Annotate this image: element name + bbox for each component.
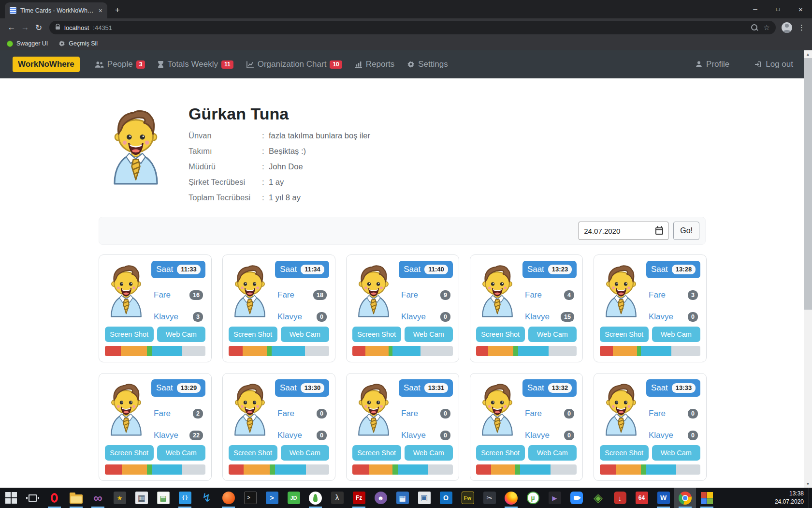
- browser-menu-icon[interactable]: ⋮: [798, 23, 805, 32]
- browser-tab[interactable]: Time Cards - WorkNoWhere ×: [5, 2, 107, 18]
- klavye-row[interactable]: Klavye0: [275, 312, 329, 322]
- window-maximize-button[interactable]: □: [767, 0, 789, 18]
- webcam-button[interactable]: Web Cam: [157, 445, 206, 461]
- saat-button[interactable]: Saat13:29: [151, 379, 205, 397]
- taskbar-outlook-icon[interactable]: O: [435, 488, 457, 508]
- fare-row[interactable]: Fare3: [646, 290, 700, 300]
- screenshot-button[interactable]: Screen Shot: [476, 445, 525, 461]
- fare-link[interactable]: Fare: [154, 409, 171, 418]
- taskbar-file-explorer-icon[interactable]: [65, 488, 87, 508]
- saat-button[interactable]: Saat13:31: [399, 379, 453, 397]
- fare-row[interactable]: Fare4: [522, 290, 577, 300]
- taskbar-performance-monitor-icon[interactable]: ▦: [130, 488, 152, 508]
- klavye-link[interactable]: Klavye: [154, 312, 178, 322]
- navbar-item-people[interactable]: People3: [88, 60, 152, 69]
- taskbar-visual-studio-icon[interactable]: ∞: [87, 488, 109, 508]
- fare-link[interactable]: Fare: [401, 290, 418, 300]
- go-button[interactable]: Go!: [673, 222, 699, 240]
- taskbar-fireworks-icon[interactable]: Fw: [457, 488, 478, 508]
- tab-close-icon[interactable]: ×: [99, 7, 102, 15]
- taskbar-media-player-icon[interactable]: ▶: [544, 488, 566, 508]
- taskbar-lambda-app-icon[interactable]: λ: [326, 488, 348, 508]
- webcam-button[interactable]: Web Cam: [157, 327, 206, 342]
- saat-button[interactable]: Saat13:33: [646, 379, 700, 397]
- back-button[interactable]: ←: [5, 21, 18, 34]
- brand-worknowhere[interactable]: WorkNoWhere: [13, 57, 80, 72]
- klavye-link[interactable]: Klavye: [649, 431, 673, 440]
- fare-link[interactable]: Fare: [525, 409, 542, 418]
- screenshot-button[interactable]: Screen Shot: [600, 327, 649, 342]
- taskbar-filezilla-icon[interactable]: Fz: [348, 488, 370, 508]
- fare-link[interactable]: Fare: [401, 409, 418, 418]
- taskbar-zoom-app-icon[interactable]: [566, 488, 587, 508]
- screenshot-button[interactable]: Screen Shot: [352, 445, 401, 461]
- fare-row[interactable]: Fare16: [151, 290, 205, 300]
- taskbar-system-monitor-icon[interactable]: ▣: [413, 488, 435, 508]
- reload-button[interactable]: ↻: [32, 21, 45, 34]
- window-close-button[interactable]: ×: [789, 0, 812, 18]
- taskbar-powershell-icon[interactable]: >: [261, 488, 283, 508]
- saat-button[interactable]: Saat11:40: [399, 261, 453, 278]
- date-input[interactable]: 24.07.2020: [579, 222, 668, 240]
- taskbar-utorrent-icon[interactable]: µ: [522, 488, 544, 508]
- klavye-link[interactable]: Klavye: [525, 312, 550, 322]
- taskbar-cmd-icon[interactable]: >_: [239, 488, 261, 508]
- taskbar-calculator-icon[interactable]: ▦: [392, 488, 413, 508]
- navbar-item-reports[interactable]: Reports: [348, 60, 401, 69]
- klavye-row[interactable]: Klavye0: [646, 312, 700, 322]
- zoom-indicator-icon[interactable]: [751, 24, 758, 31]
- klavye-row[interactable]: Klavye3: [151, 312, 205, 322]
- taskbar-task-view-icon[interactable]: [22, 488, 44, 508]
- saat-button[interactable]: Saat13:30: [275, 379, 329, 397]
- show-desktop-button[interactable]: [809, 488, 812, 508]
- saat-button[interactable]: Saat13:23: [522, 261, 577, 278]
- navbar-item-organization-chart[interactable]: Organization Chart10: [240, 60, 348, 69]
- navbar-item-profile[interactable]: Profile: [689, 60, 736, 69]
- taskbar-mongodb-icon[interactable]: [304, 488, 326, 508]
- fare-link[interactable]: Fare: [525, 290, 542, 300]
- klavye-row[interactable]: Klavye0: [399, 431, 453, 440]
- klavye-link[interactable]: Klavye: [525, 431, 550, 440]
- forward-button[interactable]: →: [18, 21, 32, 34]
- screenshot-button[interactable]: Screen Shot: [229, 327, 277, 342]
- window-minimize-button[interactable]: ─: [744, 0, 767, 18]
- browser-profile-avatar[interactable]: [782, 22, 792, 33]
- screenshot-button[interactable]: Screen Shot: [229, 445, 277, 461]
- fare-row[interactable]: Fare0: [399, 409, 453, 418]
- fare-row[interactable]: Fare0: [646, 409, 700, 418]
- klavye-link[interactable]: Klavye: [154, 431, 178, 440]
- taskbar-clock[interactable]: 13:38 24.07.2020: [775, 490, 809, 506]
- klavye-link[interactable]: Klavye: [277, 431, 302, 440]
- taskbar-sixty-four-app-icon[interactable]: 64: [631, 488, 652, 508]
- taskbar-report-editor-icon[interactable]: ▤: [152, 488, 174, 508]
- saat-button[interactable]: Saat13:32: [522, 379, 577, 397]
- page-scrollbar[interactable]: ▲ ▼: [804, 50, 812, 488]
- saat-button[interactable]: Saat11:34: [275, 261, 329, 278]
- navbar-item-logout[interactable]: Log out: [748, 60, 799, 69]
- navbar-item-totals-weekly[interactable]: Totals Weekly11: [151, 60, 239, 69]
- bookmark-swagger[interactable]: Swagger UI: [7, 40, 48, 47]
- scrollbar-down-icon[interactable]: ▼: [804, 480, 812, 488]
- webcam-button[interactable]: Web Cam: [405, 327, 453, 342]
- taskbar-starred-document-icon[interactable]: ★: [109, 488, 130, 508]
- calendar-icon[interactable]: [655, 227, 663, 235]
- klavye-link[interactable]: Klavye: [649, 312, 673, 322]
- webcam-button[interactable]: Web Cam: [528, 327, 577, 342]
- navbar-item-settings[interactable]: Settings: [401, 60, 454, 69]
- screenshot-button[interactable]: Screen Shot: [600, 445, 649, 461]
- klavye-row[interactable]: Klavye0: [646, 431, 700, 440]
- screenshot-button[interactable]: Screen Shot: [476, 327, 525, 342]
- taskbar-vscode-icon[interactable]: { }: [174, 488, 196, 508]
- taskbar-ytd-downloader-icon[interactable]: ↓: [609, 488, 631, 508]
- taskbar-word-icon[interactable]: W: [652, 488, 674, 508]
- fare-link[interactable]: Fare: [649, 409, 666, 418]
- taskbar-opera-icon[interactable]: [44, 488, 65, 508]
- klavye-row[interactable]: Klavye0: [275, 431, 329, 440]
- bookmark-history-clear[interactable]: Geçmiş Sil: [58, 40, 98, 47]
- klavye-row[interactable]: Klavye15: [522, 312, 577, 322]
- scrollbar-up-icon[interactable]: ▲: [804, 50, 812, 58]
- taskbar-jd-gui-icon[interactable]: JD: [283, 488, 304, 508]
- saat-button[interactable]: Saat13:28: [646, 261, 700, 278]
- webcam-button[interactable]: Web Cam: [281, 327, 330, 342]
- taskbar-photos-app-icon[interactable]: ◈: [587, 488, 609, 508]
